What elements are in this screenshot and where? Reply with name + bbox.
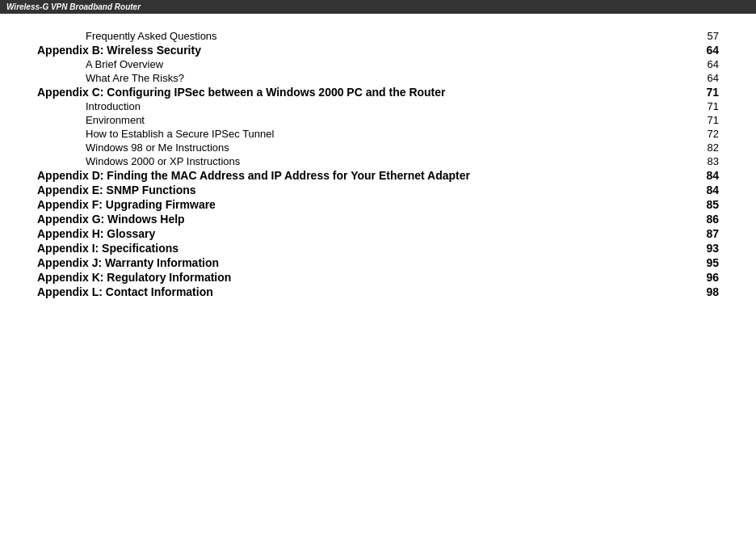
toc-row: How to Establish a Secure IPSec Tunnel72 xyxy=(37,128,719,140)
toc-page-number: 64 xyxy=(708,58,719,70)
toc-row: Appendix I: Specifications93 xyxy=(37,242,719,255)
toc-row: Introduction71 xyxy=(37,100,719,112)
toc-row: Appendix B: Wireless Security64 xyxy=(37,44,719,57)
toc-dots xyxy=(240,164,699,165)
toc-page-number: 64 xyxy=(706,44,719,57)
toc-dots xyxy=(446,95,699,96)
toc-dots xyxy=(163,67,699,68)
toc-dots xyxy=(213,295,699,296)
toc-row: Appendix E: SNMP Functions84 xyxy=(37,184,719,196)
toc-entry-text: Appendix L: Contact Information xyxy=(37,285,213,298)
toc-content: Frequently Asked Questions57Appendix B: … xyxy=(0,14,756,316)
toc-entry-text: Environment xyxy=(86,114,145,126)
header-title: Wireless-G VPN Broadband Router xyxy=(6,2,141,11)
toc-row: Appendix J: Warranty Information95 xyxy=(37,256,719,269)
toc-entry-text: Appendix D: Finding the MAC Address and … xyxy=(37,169,470,182)
toc-row: Appendix G: Windows Help86 xyxy=(37,213,719,226)
toc-row: Appendix L: Contact Information98 xyxy=(37,285,719,298)
toc-page-number: 71 xyxy=(706,86,719,99)
toc-dots xyxy=(184,81,699,82)
page-header: Wireless-G VPN Broadband Router xyxy=(0,0,756,14)
toc-page-number: 64 xyxy=(708,72,719,84)
toc-row: Appendix H: Glossary87 xyxy=(37,227,719,240)
toc-entry-text: Appendix G: Windows Help xyxy=(37,213,185,226)
toc-page-number: 57 xyxy=(708,30,719,42)
toc-dots xyxy=(201,53,698,54)
toc-dots xyxy=(274,137,699,137)
toc-entry-text: Appendix F: Upgrading Firmware xyxy=(37,198,216,211)
toc-dots xyxy=(141,109,699,110)
toc-entry-text: Appendix K: Regulatory Information xyxy=(37,271,231,284)
toc-entry-text: Appendix C: Configuring IPSec between a … xyxy=(37,86,446,99)
toc-row: Environment71 xyxy=(37,114,719,126)
toc-dots xyxy=(155,237,698,238)
toc-entry-text: Appendix J: Warranty Information xyxy=(37,256,219,269)
toc-row: Appendix F: Upgrading Firmware85 xyxy=(37,198,719,211)
toc-row: What Are The Risks?64 xyxy=(37,72,719,84)
toc-page-number: 82 xyxy=(708,141,719,154)
toc-dots xyxy=(231,281,698,281)
toc-entry-text: Appendix B: Wireless Security xyxy=(37,44,201,57)
toc-row: Frequently Asked Questions57 xyxy=(37,30,719,42)
toc-entry-text: What Are The Risks? xyxy=(86,72,184,84)
toc-page-number: 84 xyxy=(706,169,719,182)
toc-page-number: 87 xyxy=(706,227,719,240)
toc-entry-text: Frequently Asked Questions xyxy=(86,30,217,42)
toc-row: A Brief Overview64 xyxy=(37,58,719,70)
toc-entry-text: Appendix H: Glossary xyxy=(37,227,155,240)
toc-dots xyxy=(216,208,699,209)
toc-entry-text: Windows 98 or Me Instructions xyxy=(86,141,229,154)
toc-dots xyxy=(229,150,699,151)
toc-page-number: 96 xyxy=(706,271,719,284)
toc-entry-text: Appendix E: SNMP Functions xyxy=(37,184,196,196)
toc-page-number: 83 xyxy=(708,155,719,167)
toc-dots xyxy=(178,251,698,252)
toc-row: Appendix K: Regulatory Information96 xyxy=(37,271,719,284)
toc-dots xyxy=(196,193,699,194)
toc-page-number: 85 xyxy=(706,198,719,211)
toc-row: Appendix C: Configuring IPSec between a … xyxy=(37,86,719,99)
toc-entry-text: Appendix I: Specifications xyxy=(37,242,178,255)
toc-entry-text: A Brief Overview xyxy=(86,58,163,70)
toc-dots xyxy=(470,179,698,179)
toc-dots xyxy=(145,123,699,124)
toc-page-number: 86 xyxy=(706,213,719,226)
toc-page-number: 72 xyxy=(708,128,719,140)
toc-entry-text: How to Establish a Secure IPSec Tunnel xyxy=(86,128,274,140)
toc-page-number: 71 xyxy=(708,100,719,112)
toc-row: Windows 2000 or XP Instructions83 xyxy=(37,155,719,167)
toc-page-number: 71 xyxy=(708,114,719,126)
toc-page-number: 84 xyxy=(706,184,719,196)
toc-dots xyxy=(217,39,699,40)
toc-page-number: 93 xyxy=(706,242,719,255)
toc-dots xyxy=(185,222,699,223)
toc-row: Appendix D: Finding the MAC Address and … xyxy=(37,169,719,182)
toc-entry-text: Windows 2000 or XP Instructions xyxy=(86,155,240,167)
toc-row: Windows 98 or Me Instructions82 xyxy=(37,141,719,154)
toc-page-number: 95 xyxy=(706,256,719,269)
toc-dots xyxy=(219,266,698,267)
toc-page-number: 98 xyxy=(706,285,719,298)
toc-entry-text: Introduction xyxy=(86,100,141,112)
